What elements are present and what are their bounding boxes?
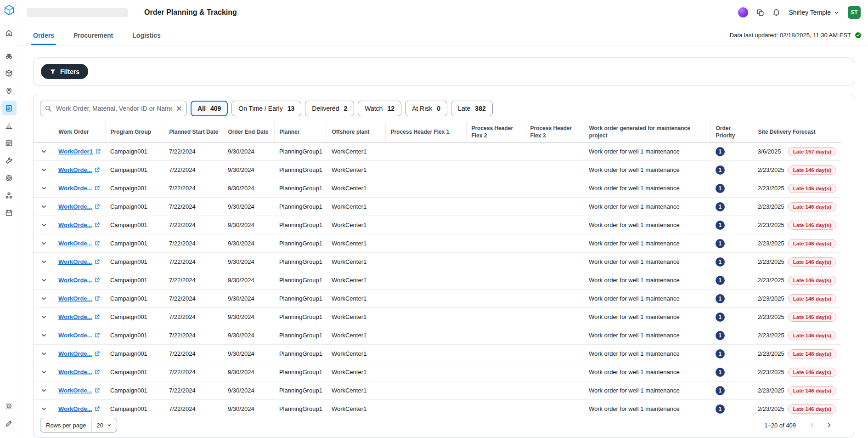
row-expand-button[interactable] [38, 220, 49, 231]
windows-icon[interactable] [756, 9, 764, 17]
orders-clipboard-icon[interactable] [2, 101, 17, 115]
home-icon[interactable] [2, 25, 17, 40]
top-header: Order Planning & Tracking Shirley Temple… [18, 0, 868, 25]
cell-process-flex-1 [386, 234, 467, 253]
cell-order-priority: 1 [711, 345, 753, 363]
cell-work-order: WorkOrde... [54, 290, 106, 308]
external-link-icon [94, 406, 100, 412]
work-order-link[interactable]: WorkOrde... [58, 240, 100, 247]
clear-search-icon[interactable] [174, 103, 185, 114]
cell-work-order: WorkOrde... [54, 179, 106, 198]
work-order-link[interactable]: WorkOrde... [58, 369, 100, 375]
work-order-link[interactable]: WorkOrde... [58, 277, 100, 284]
row-expand-button[interactable] [38, 183, 49, 194]
row-expand-button[interactable] [38, 256, 49, 267]
chevron-down-icon [41, 351, 47, 357]
table-row: WorkOrde... Campaign001 7/22/2024 9/30/2… [34, 345, 841, 363]
row-expand-button[interactable] [38, 367, 49, 378]
row-expand-button[interactable] [38, 146, 49, 157]
chevron-down-icon [41, 369, 47, 375]
priority-badge: 1 [716, 221, 725, 230]
cell-offshore-plant: WorkCenter1 [327, 308, 386, 326]
cell-program-group: Campaign001 [106, 216, 164, 234]
status-filter-chip[interactable]: Delivered 2 [305, 101, 354, 116]
row-expand-button[interactable] [38, 348, 49, 359]
cell-planner: PlanningGroup1 [275, 161, 327, 179]
cell-maintenance-project: Work order for well 1 maintenance [584, 216, 711, 234]
cell-maintenance-project: Work order for well 1 maintenance [584, 179, 711, 198]
binoculars-icon[interactable] [2, 48, 17, 63]
rows-per-page-label: Rows per page [40, 422, 91, 429]
cell-planner: PlanningGroup1 [275, 198, 327, 216]
cell-work-order: WorkOrde... [54, 345, 106, 363]
bar-chart-icon[interactable] [2, 118, 17, 133]
assistant-icon[interactable] [738, 7, 748, 17]
wrench-icon[interactable] [2, 153, 17, 168]
location-pin-icon[interactable] [2, 83, 17, 98]
work-order-link[interactable]: WorkOrde... [58, 166, 100, 173]
row-expand-button[interactable] [38, 275, 49, 286]
notifications-bell-icon[interactable] [772, 9, 780, 17]
late-badge: Late 146 day(s) [788, 202, 836, 211]
user-menu[interactable]: Shirley Temple [789, 9, 840, 16]
row-expand-button[interactable] [38, 238, 49, 249]
work-order-link[interactable]: WorkOrde... [58, 258, 100, 265]
cell-work-order: WorkOrde... [54, 326, 106, 345]
row-expand-button[interactable] [38, 385, 49, 396]
cell-planner: PlanningGroup1 [275, 179, 327, 198]
cell-program-group: Campaign001 [106, 179, 164, 198]
next-page-button[interactable] [823, 419, 835, 432]
cell-process-flex-3 [525, 345, 584, 363]
cell-site-delivery-forecast: 2/23/2025 Late 146 day(s) [753, 198, 841, 216]
work-order-link[interactable]: WorkOrde... [58, 203, 100, 210]
calendar-icon[interactable] [2, 205, 17, 220]
target-icon[interactable] [2, 171, 17, 185]
status-filter-chip[interactable]: On Time / Early 13 [231, 101, 301, 116]
cell-program-group: Campaign001 [106, 253, 164, 271]
status-filter-chip[interactable]: At Risk 0 [405, 101, 447, 116]
chevron-down-icon [41, 387, 47, 393]
tab[interactable]: Procurement [72, 26, 115, 45]
row-expand-button[interactable] [38, 404, 49, 414]
package-icon[interactable] [2, 66, 17, 80]
status-filter-chip[interactable]: Watch 12 [358, 101, 401, 116]
work-order-link[interactable]: WorkOrde... [58, 185, 100, 192]
modules-icon[interactable] [2, 188, 17, 203]
rows-per-page-select[interactable]: Rows per page 20 [40, 418, 117, 432]
cell-order-end-date: 9/30/2024 [223, 345, 275, 363]
priority-badge: 1 [716, 239, 725, 248]
status-filter-chip[interactable]: All 409 [191, 101, 228, 116]
work-order-link[interactable]: WorkOrde... [58, 405, 100, 412]
filters-button[interactable]: Filters [41, 64, 88, 79]
work-order-link[interactable]: WorkOrde... [58, 222, 100, 228]
row-expand-button[interactable] [38, 165, 49, 176]
external-link-icon [94, 277, 100, 283]
tab[interactable]: Logistics [130, 26, 162, 45]
cell-process-flex-1 [386, 345, 467, 363]
previous-page-button[interactable] [806, 419, 819, 432]
report-list-icon[interactable] [2, 136, 17, 150]
cell-process-flex-2 [467, 234, 525, 253]
cell-planner: PlanningGroup1 [275, 253, 327, 271]
status-filter-chip[interactable]: Late 382 [451, 101, 493, 116]
work-order-link[interactable]: WorkOrde... [58, 387, 100, 394]
work-order-link[interactable]: WorkOrde... [58, 350, 100, 357]
search-input[interactable] [40, 101, 187, 116]
forecast-date: 2/23/2025 [758, 405, 784, 412]
cell-expand [34, 345, 54, 363]
work-order-link[interactable]: WorkOrde... [58, 332, 100, 339]
row-expand-button[interactable] [38, 330, 49, 341]
tab[interactable]: Orders [31, 26, 56, 45]
row-expand-button[interactable] [38, 201, 49, 212]
forecast-date: 2/23/2025 [758, 240, 784, 247]
work-order-link[interactable]: WorkOrder1 [58, 148, 101, 155]
cell-work-order: WorkOrde... [54, 400, 106, 414]
work-order-link[interactable]: WorkOrde... [58, 295, 100, 302]
work-order-link[interactable]: WorkOrde... [58, 313, 100, 320]
cell-program-group: Campaign001 [106, 198, 164, 216]
avatar[interactable]: ST [848, 6, 861, 19]
edit-pencil-icon[interactable] [2, 416, 17, 431]
row-expand-button[interactable] [38, 312, 49, 323]
row-expand-button[interactable] [38, 293, 49, 304]
settings-gear-icon[interactable] [2, 398, 17, 413]
